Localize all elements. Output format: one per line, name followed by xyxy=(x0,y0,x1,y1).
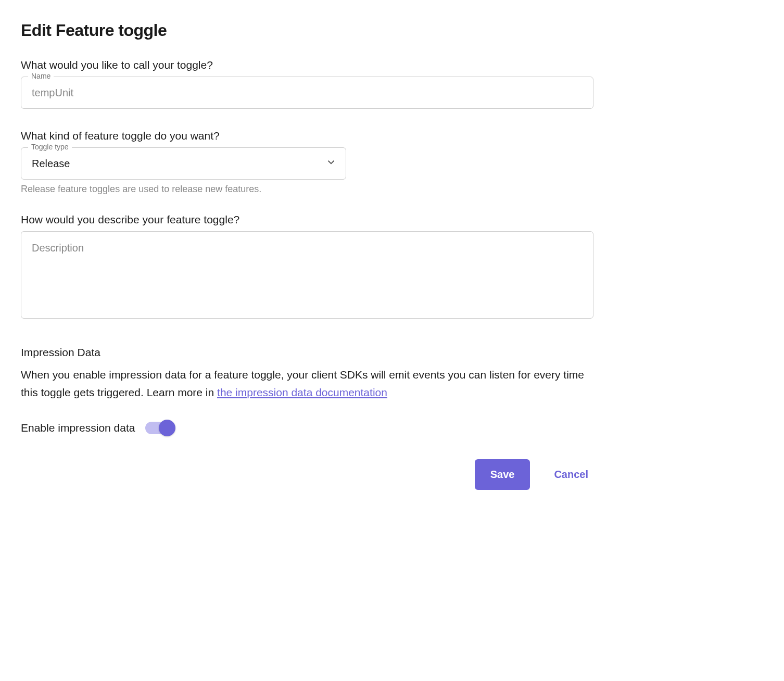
name-field-label: Name xyxy=(28,72,54,80)
impression-toggle-switch[interactable] xyxy=(145,422,174,434)
toggle-type-selected: Release xyxy=(32,158,70,170)
impression-body: When you enable impression data for a fe… xyxy=(21,366,593,401)
type-helper-text: Release feature toggles are used to rele… xyxy=(21,184,593,195)
name-input[interactable] xyxy=(21,77,593,109)
impression-doc-link[interactable]: the impression data documentation xyxy=(217,386,387,398)
cancel-button[interactable]: Cancel xyxy=(549,459,593,490)
description-textarea[interactable] xyxy=(21,231,593,319)
type-field-label: Toggle type xyxy=(28,143,72,151)
description-prompt: How would you describe your feature togg… xyxy=(21,213,593,226)
type-prompt: What kind of feature toggle do you want? xyxy=(21,130,593,142)
save-button[interactable]: Save xyxy=(475,459,530,490)
toggle-type-select[interactable]: Release xyxy=(21,147,346,180)
impression-heading: Impression Data xyxy=(21,346,593,359)
switch-thumb xyxy=(159,420,175,436)
impression-toggle-label: Enable impression data xyxy=(21,422,135,434)
page-title: Edit Feature toggle xyxy=(21,21,593,40)
name-prompt: What would you like to call your toggle? xyxy=(21,59,593,71)
